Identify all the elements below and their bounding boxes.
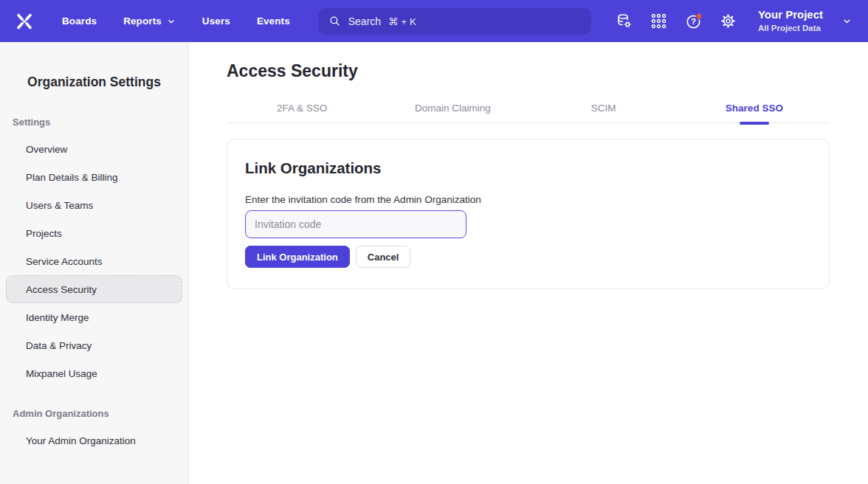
card-button-row: Link Organization Cancel <box>245 246 811 268</box>
tab-shared-sso[interactable]: Shared SSO <box>679 101 830 122</box>
sidebar-item-overview[interactable]: Overview <box>6 135 182 163</box>
settings-sidebar: Organization Settings Settings Overview … <box>0 42 189 484</box>
sidebar-section-label-admin-organizations: Admin Organizations <box>13 408 188 419</box>
page-title: Access Security <box>227 61 830 81</box>
tab-bar: 2FA & SSO Domain Claiming SCIM Shared SS… <box>227 101 830 123</box>
project-switcher-labels: Your Project All Project Data <box>758 8 823 33</box>
tab-label: SCIM <box>591 103 616 114</box>
apps-grid-icon[interactable] <box>650 13 668 30</box>
navbar-right-group: ? <box>599 8 852 33</box>
nav-item-label: Events <box>257 15 290 27</box>
search-shortcut-hint: ⌘ + K <box>388 15 416 27</box>
link-organization-button[interactable]: Link Organization <box>245 246 350 268</box>
main-content: Access Security 2FA & SSO Domain Claimin… <box>189 42 868 484</box>
nav-item-label: Reports <box>123 15 162 27</box>
nav-item-users[interactable]: Users <box>202 15 230 27</box>
search-icon <box>328 15 341 27</box>
card-title: Link Organizations <box>245 159 811 177</box>
sidebar-items-settings: Overview Plan Details & Billing Users & … <box>0 135 188 387</box>
nav-item-label: Boards <box>62 15 97 27</box>
primary-nav: Boards Reports Users Events <box>62 15 290 27</box>
data-management-icon[interactable] <box>616 13 633 30</box>
sidebar-section-label-settings: Settings <box>13 117 188 128</box>
tab-domain-claiming[interactable]: Domain Claiming <box>377 101 528 122</box>
sidebar-item-data-privacy[interactable]: Data & Privacy <box>6 331 182 359</box>
invitation-code-label: Enter the invitation code from the Admin… <box>245 194 811 205</box>
sidebar-items-admin: Your Admin Organization <box>0 426 188 454</box>
svg-text:?: ? <box>691 17 696 26</box>
app-window: Boards Reports Users Events Search ⌘ + K <box>0 0 868 484</box>
tab-2fa-sso[interactable]: 2FA & SSO <box>227 101 377 122</box>
tab-label: Shared SSO <box>726 103 783 114</box>
sidebar-item-plan-details-billing[interactable]: Plan Details & Billing <box>6 163 182 191</box>
active-tab-underline <box>740 122 769 125</box>
sidebar-item-users-teams[interactable]: Users & Teams <box>6 191 182 219</box>
mixpanel-logo-icon[interactable] <box>13 10 35 32</box>
tab-label: 2FA & SSO <box>277 103 327 114</box>
notification-badge <box>696 13 702 19</box>
chevron-down-icon <box>842 16 852 26</box>
project-name: Your Project <box>758 8 823 22</box>
sidebar-item-mixpanel-usage[interactable]: Mixpanel Usage <box>6 359 182 387</box>
cancel-button[interactable]: Cancel <box>356 246 411 268</box>
nav-item-label: Users <box>202 15 230 27</box>
search-placeholder: Search <box>348 15 381 27</box>
tab-scim[interactable]: SCIM <box>528 101 679 122</box>
help-icon[interactable]: ? <box>685 13 703 30</box>
project-switcher[interactable]: Your Project All Project Data <box>758 8 852 33</box>
sidebar-item-service-accounts[interactable]: Service Accounts <box>6 247 182 275</box>
invitation-code-input[interactable] <box>245 210 466 238</box>
nav-item-reports[interactable]: Reports <box>123 15 176 27</box>
search-input[interactable]: Search ⌘ + K <box>318 8 591 35</box>
nav-item-boards[interactable]: Boards <box>62 15 97 27</box>
sidebar-item-your-admin-organization[interactable]: Your Admin Organization <box>6 426 182 454</box>
nav-item-events[interactable]: Events <box>257 15 290 27</box>
tab-label: Domain Claiming <box>415 103 491 114</box>
sidebar-item-projects[interactable]: Projects <box>6 219 182 247</box>
settings-gear-icon[interactable] <box>720 13 737 30</box>
sidebar-item-access-security[interactable]: Access Security <box>6 275 182 303</box>
sidebar-title: Organization Settings <box>0 75 188 90</box>
sidebar-item-identity-merge[interactable]: Identity Merge <box>6 303 182 331</box>
project-subtitle: All Project Data <box>758 23 823 33</box>
chevron-down-icon <box>167 17 176 26</box>
link-organizations-card: Link Organizations Enter the invitation … <box>227 139 830 289</box>
top-navbar: Boards Reports Users Events Search ⌘ + K <box>0 0 868 42</box>
